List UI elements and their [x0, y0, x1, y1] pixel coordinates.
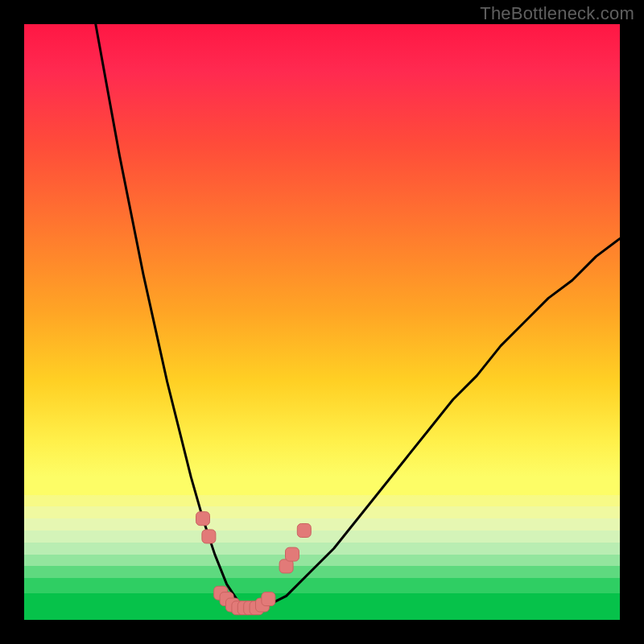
bottleneck-curve — [96, 24, 620, 608]
watermark-text: TheBottleneck.com — [480, 3, 634, 24]
chart-svg — [24, 24, 620, 620]
plot-area — [24, 24, 620, 620]
curve-marker — [196, 512, 210, 526]
bottleneck-curve-path — [96, 24, 620, 608]
curve-marker — [202, 530, 216, 543]
curve-marker — [297, 524, 311, 538]
marker-group — [196, 512, 312, 615]
curve-marker — [286, 547, 299, 561]
outer-frame: TheBottleneck.com — [0, 0, 644, 644]
curve-marker — [262, 592, 275, 606]
